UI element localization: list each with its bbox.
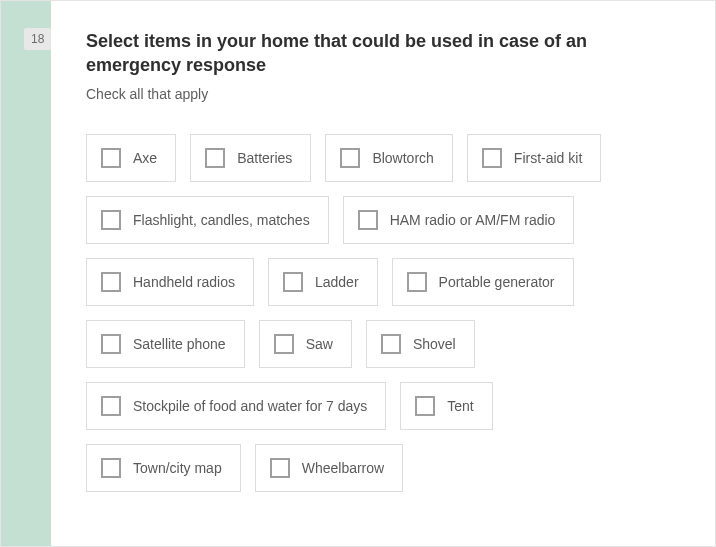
checkbox-label: Town/city map [133, 460, 222, 476]
checkbox-box-icon [101, 272, 121, 292]
checkbox-box-icon [270, 458, 290, 478]
checkbox-box-icon [205, 148, 225, 168]
checkbox-option[interactable]: Handheld radios [86, 258, 254, 306]
checkbox-option[interactable]: Blowtorch [325, 134, 452, 182]
checkbox-label: Stockpile of food and water for 7 days [133, 398, 367, 414]
question-hint: Check all that apply [86, 86, 687, 102]
question-content: Select items in your home that could be … [86, 29, 687, 506]
checkbox-label: Shovel [413, 336, 456, 352]
checkbox-option[interactable]: Satellite phone [86, 320, 245, 368]
checkbox-option[interactable]: Saw [259, 320, 352, 368]
checkbox-label: HAM radio or AM/FM radio [390, 212, 556, 228]
checkbox-label: Wheelbarrow [302, 460, 384, 476]
checkbox-label: First-aid kit [514, 150, 582, 166]
option-row: AxeBatteriesBlowtorchFirst-aid kit [86, 134, 687, 182]
checkbox-label: Satellite phone [133, 336, 226, 352]
checkbox-box-icon [340, 148, 360, 168]
checkbox-option[interactable]: Shovel [366, 320, 475, 368]
checkbox-label: Portable generator [439, 274, 555, 290]
checkbox-label: Saw [306, 336, 333, 352]
checkbox-option[interactable]: Town/city map [86, 444, 241, 492]
question-title: Select items in your home that could be … [86, 29, 687, 78]
checkbox-box-icon [101, 148, 121, 168]
question-number-badge: 18 [24, 28, 51, 50]
option-row: Stockpile of food and water for 7 daysTe… [86, 382, 687, 430]
checkbox-label: Batteries [237, 150, 292, 166]
option-row: Handheld radiosLadderPortable generator [86, 258, 687, 306]
checkbox-box-icon [283, 272, 303, 292]
checkbox-box-icon [415, 396, 435, 416]
checkbox-option[interactable]: Axe [86, 134, 176, 182]
checkbox-option[interactable]: Stockpile of food and water for 7 days [86, 382, 386, 430]
checkbox-option[interactable]: Flashlight, candles, matches [86, 196, 329, 244]
checkbox-option[interactable]: Wheelbarrow [255, 444, 403, 492]
checkbox-option[interactable]: First-aid kit [467, 134, 601, 182]
options-container: AxeBatteriesBlowtorchFirst-aid kitFlashl… [86, 134, 687, 492]
checkbox-box-icon [101, 458, 121, 478]
checkbox-label: Ladder [315, 274, 359, 290]
checkbox-box-icon [381, 334, 401, 354]
checkbox-box-icon [407, 272, 427, 292]
checkbox-box-icon [101, 396, 121, 416]
checkbox-label: Tent [447, 398, 473, 414]
checkbox-box-icon [274, 334, 294, 354]
option-row: Flashlight, candles, matchesHAM radio or… [86, 196, 687, 244]
checkbox-box-icon [482, 148, 502, 168]
checkbox-option[interactable]: Batteries [190, 134, 311, 182]
checkbox-label: Axe [133, 150, 157, 166]
checkbox-box-icon [101, 334, 121, 354]
checkbox-label: Handheld radios [133, 274, 235, 290]
option-row: Satellite phoneSawShovel [86, 320, 687, 368]
checkbox-option[interactable]: Ladder [268, 258, 378, 306]
checkbox-label: Blowtorch [372, 150, 433, 166]
checkbox-option[interactable]: Portable generator [392, 258, 574, 306]
checkbox-box-icon [358, 210, 378, 230]
survey-question-card: 18 Select items in your home that could … [0, 0, 716, 547]
checkbox-box-icon [101, 210, 121, 230]
option-row: Town/city mapWheelbarrow [86, 444, 687, 492]
checkbox-option[interactable]: HAM radio or AM/FM radio [343, 196, 575, 244]
checkbox-option[interactable]: Tent [400, 382, 492, 430]
checkbox-label: Flashlight, candles, matches [133, 212, 310, 228]
side-accent [1, 1, 51, 546]
